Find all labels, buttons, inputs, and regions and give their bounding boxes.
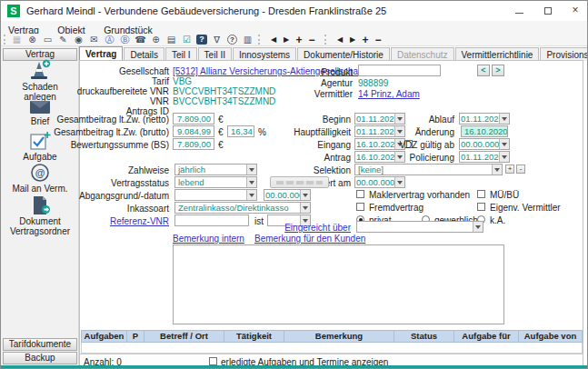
maklervertrag-checkbox[interactable]: [356, 190, 364, 198]
dropdown-arrow-icon[interactable]: [394, 177, 404, 187]
eigenv-vermittler-checkbox[interactable]: [477, 203, 485, 211]
edit-icon[interactable]: ✎: [55, 34, 71, 45]
zahlweise-select[interactable]: jährlich: [174, 164, 257, 175]
tab-teil-1[interactable]: Teil I: [165, 47, 197, 61]
mail-icon[interactable]: ✉: [86, 34, 102, 45]
remove-record-icon[interactable]: −: [305, 34, 318, 46]
col-taetigkeit[interactable]: Tätigkeit: [224, 331, 284, 342]
backup-button[interactable]: Backup: [3, 352, 77, 364]
save-icon[interactable]: ▦: [9, 34, 25, 45]
bemerkung-intern-link[interactable]: Bemerkung intern: [173, 234, 244, 244]
vermittler-link[interactable]: 14 Prinz, Adam: [358, 89, 420, 99]
inkassoart-select[interactable]: Zentralinkasso/Direktinkasso: [174, 202, 311, 214]
dropdown-arrow-icon[interactable]: [246, 165, 256, 175]
mue-bue-checkbox[interactable]: [477, 190, 485, 198]
task-check-icon[interactable]: ☑: [179, 34, 194, 45]
tab-vermittlerrichtlinie[interactable]: Vermittlerrichtlinie: [455, 47, 540, 61]
dropdown-arrow-icon[interactable]: [246, 190, 256, 200]
prev-item-icon[interactable]: ◀: [334, 35, 346, 44]
ablauf-select[interactable]: 01.11.2021: [459, 113, 510, 125]
dropdown-arrow-icon[interactable]: [394, 126, 404, 136]
tab-dokumente-historie[interactable]: Dokumente/Historie: [297, 47, 390, 61]
dropdown-arrow-icon[interactable]: [499, 152, 509, 162]
eingereicht-ueber-select[interactable]: [356, 221, 483, 233]
globe-icon[interactable]: ⊕: [148, 34, 164, 45]
col-bemerkung[interactable]: Bemerkung: [284, 331, 394, 342]
sidebar-item-mail-an-verm[interactable]: @ Mail an Verm.: [1, 162, 79, 194]
dropdown-arrow-icon[interactable]: [394, 152, 404, 162]
beginn-select[interactable]: 01.11.2020: [354, 113, 405, 125]
prev-contract-button[interactable]: <: [477, 65, 490, 76]
abgangsdatum-select[interactable]: 00.00.0000: [264, 189, 311, 201]
dropdown-arrow-icon[interactable]: [394, 114, 404, 124]
hauptfaelligkeit-select[interactable]: 01.11.2020: [354, 125, 405, 137]
brutto-input[interactable]: 9.084,99: [173, 125, 214, 137]
policierung-select[interactable]: 01.11.2020: [459, 151, 510, 163]
sidebar-item-schaden-anlegen[interactable]: Schaden anlegen: [1, 58, 79, 102]
sidebar-item-dokument-vertragsordner[interactable]: Dokument Vertragsordner: [1, 194, 79, 236]
help-circle-icon[interactable]: ?: [227, 35, 237, 45]
tab-provisionsverteilung[interactable]: Provisionsverteilung: [540, 47, 588, 61]
selektion-add-button[interactable]: +: [505, 165, 514, 174]
tab-teil-2[interactable]: Teil II: [198, 47, 232, 61]
minimize-button[interactable]: [506, 1, 533, 21]
add-item-icon[interactable]: +: [359, 34, 372, 46]
archive-icon[interactable]: ▥: [240, 34, 255, 45]
vdz-select[interactable]: 00.00.0000: [459, 138, 510, 150]
referenz-vnr-link[interactable]: Referenz-VNR: [110, 216, 169, 226]
filter-icon[interactable]: ∇: [209, 34, 224, 45]
referenz-vnr-input[interactable]: [174, 214, 249, 226]
dropdown-arrow-icon[interactable]: [300, 203, 310, 213]
print-icon[interactable]: ▤: [164, 34, 179, 45]
eingereicht-ueber-link[interactable]: Eingereicht über: [284, 223, 351, 233]
tasks-table-body[interactable]: [81, 343, 583, 354]
coin-icon[interactable]: ◉: [71, 34, 86, 45]
vertragsstatus-select[interactable]: lebend: [174, 176, 257, 188]
delete-icon[interactable]: ⊗: [25, 34, 40, 45]
storniert-am-select[interactable]: 00.00.0000: [354, 176, 405, 188]
tarifdokumente-button[interactable]: Tarifdokumente: [3, 338, 77, 351]
tab-innosystems[interactable]: Innosystems: [233, 47, 296, 61]
add-record-icon[interactable]: +: [293, 34, 305, 46]
dropdown-arrow-icon[interactable]: [300, 190, 310, 200]
next-contract-button[interactable]: >: [492, 65, 504, 76]
selektion-remove-button[interactable]: -: [516, 165, 525, 174]
next-record-icon[interactable]: ▶: [280, 35, 293, 44]
eingang-select[interactable]: 16.10.2020: [354, 138, 405, 150]
netto-input[interactable]: 7.809,00: [173, 113, 214, 125]
abgangsgrund-select[interactable]: [174, 189, 257, 201]
antrag-select[interactable]: 16.10.2020: [354, 151, 405, 163]
fremdvertrag-checkbox[interactable]: [356, 203, 364, 211]
dropdown-arrow-icon[interactable]: [246, 177, 256, 187]
circled-b-icon[interactable]: Ⓑ: [117, 34, 133, 45]
next-item-icon[interactable]: ▶: [346, 35, 359, 44]
dropdown-arrow-icon[interactable]: [499, 114, 509, 124]
bemerkung-textarea[interactable]: [173, 244, 504, 324]
col-betreff-ort[interactable]: Betreff / Ort: [145, 331, 224, 342]
dropdown-arrow-icon[interactable]: [499, 139, 509, 149]
remove-item-icon[interactable]: −: [372, 34, 384, 46]
close-button[interactable]: ×: [562, 1, 588, 21]
window-card-icon[interactable]: ▭: [40, 34, 55, 45]
col-aufgabe-von[interactable]: Aufgabe von: [519, 331, 582, 342]
produkt-input[interactable]: [358, 65, 441, 76]
col-aufgaben[interactable]: Aufgaben: [82, 331, 127, 342]
tab-details[interactable]: Details: [124, 47, 164, 61]
bewertungssumme-input[interactable]: 7.809,00: [173, 138, 214, 150]
dropdown-arrow-icon[interactable]: [473, 222, 483, 232]
col-p[interactable]: P: [127, 331, 145, 342]
dropdown-arrow-icon[interactable]: [492, 165, 502, 175]
phone-icon[interactable]: ☎: [133, 34, 148, 45]
help-dark-icon[interactable]: ?: [196, 35, 207, 45]
steuer-percent-input[interactable]: 16,34: [227, 125, 254, 137]
selektion-select[interactable]: [keine]: [354, 164, 503, 175]
col-status[interactable]: Status: [394, 331, 454, 342]
show-done-tasks-checkbox[interactable]: [209, 357, 217, 365]
prev-record-icon[interactable]: ◀: [267, 35, 280, 44]
circled-a-icon[interactable]: Ⓐ: [102, 34, 117, 45]
tab-vertrag[interactable]: Vertrag: [79, 46, 123, 61]
storno-button-disabled[interactable]: [270, 176, 329, 188]
bemerkung-kunden-link[interactable]: Bemerkung für den Kunden: [254, 234, 365, 244]
col-aufgabe-fuer[interactable]: Aufgabe für: [454, 331, 519, 342]
maximize-button[interactable]: [534, 1, 562, 21]
